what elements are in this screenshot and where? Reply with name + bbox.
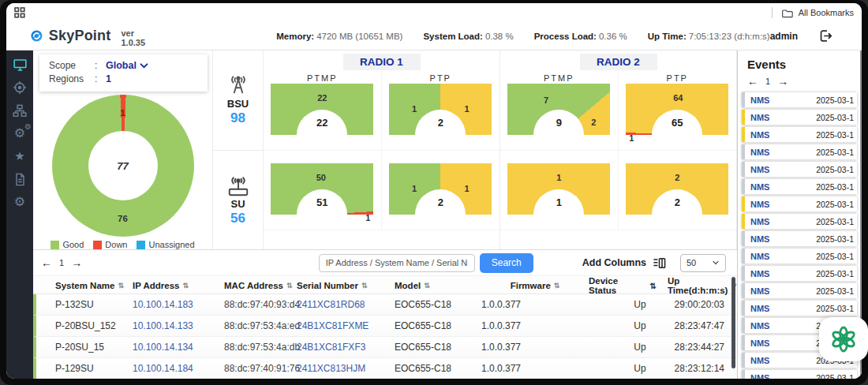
event-list-item[interactable]: NMS 2025-03-1 [742, 127, 857, 142]
bsu-count-cell[interactable]: BSU 98 [213, 50, 263, 150]
all-bookmarks-label[interactable]: All Bookmarks [799, 8, 854, 17]
radio2-ptmp-gauge-2[interactable]: 11 [507, 163, 610, 215]
column-header[interactable]: Firmware⇅ [481, 281, 589, 290]
system-stats: Memory:4720 MB (10651 MB) System Load:0.… [276, 32, 769, 41]
app-logo: SkyPoint ver 1.0.35 [30, 25, 150, 47]
column-header[interactable]: Up Time(d:h:m:s)▼ [668, 276, 738, 295]
event-list-item[interactable]: NMS 2025-03-1 [742, 283, 857, 298]
column-header[interactable]: Serial Number⇅ [297, 281, 395, 290]
donut-legend: Good Down Unassigned [33, 240, 212, 249]
column-header[interactable]: IP Address⇅ [133, 281, 224, 290]
event-list-item[interactable]: NMS 2025-03-1 [742, 301, 857, 316]
divider [772, 7, 773, 18]
scope-dropdown[interactable]: Global [106, 60, 198, 71]
table-row[interactable]: P-20BSU_15210.100.14.13388:dc:97:53:4a:e… [33, 316, 737, 337]
event-list-item[interactable]: NMS 2025-03-1 [742, 214, 857, 229]
app-title: SkyPoint [49, 28, 111, 44]
reports-file-icon[interactable] [9, 171, 30, 187]
table-scrollbar[interactable] [731, 277, 735, 368]
next-page-arrow[interactable]: → [71, 257, 82, 268]
column-header[interactable]: MAC Address⇅ [224, 281, 297, 290]
radio2-panel: RADIO 2 PTMP 972 PTP 65164 11 [500, 50, 737, 249]
su-router-icon [225, 174, 252, 197]
system-load-stat: System Load:0.38 % [423, 32, 513, 41]
search-input[interactable] [319, 254, 475, 272]
chevron-down-icon [712, 260, 720, 265]
radio1-ptp-gauge-2[interactable]: 211 [389, 163, 492, 215]
su-count-cell[interactable]: SU 56 [213, 150, 263, 250]
bsu-label: BSU [227, 98, 249, 110]
sort-icon: ⇅ [118, 282, 124, 290]
bsu-value: 98 [230, 110, 245, 126]
legend-item: Down [93, 240, 127, 249]
events-next-arrow[interactable]: → [777, 76, 788, 87]
event-list-item[interactable]: NMS 2025-03-1 [742, 231, 857, 246]
app-grid-icon[interactable] [14, 7, 25, 18]
regions-label: Regions [49, 73, 95, 84]
radio2-ptp-gauge-2[interactable]: 22 [626, 163, 728, 215]
services-gears-icon[interactable]: ⚙⚙ [9, 125, 30, 141]
dashboard-panel: Scope : Global Regions : 1 [33, 50, 737, 250]
assistant-logo-overlay[interactable] [819, 317, 868, 361]
event-list-item[interactable]: NMS 2025-03-1 [742, 179, 857, 194]
event-list-item[interactable]: NMS 2025-03-1 [742, 162, 857, 177]
dashboard-monitor-icon[interactable] [9, 57, 30, 73]
device-status-donut-chart[interactable]: 77176 [52, 95, 194, 237]
radio2-ptmp-gauge-1[interactable]: 972 [507, 84, 610, 135]
scope-card: Scope : Global Regions : 1 [39, 54, 208, 92]
sort-icon: ⇅ [286, 282, 293, 290]
settings-gear-icon[interactable]: ⚙ [9, 194, 30, 210]
memory-stat: Memory:4720 MB (10651 MB) [276, 32, 402, 41]
radio2-ptp-row1-cell: PTP 65164 [619, 71, 737, 151]
event-list-item[interactable]: NMS 2025-03-1 [742, 370, 857, 379]
table-row[interactable]: P-132SU10.100.14.18388:dc:97:40:93:d4241… [33, 294, 737, 316]
app-header: SkyPoint ver 1.0.35 Memory:4720 MB (1065… [6, 22, 862, 50]
ptp-label: PTP [667, 71, 688, 84]
radio1-ptp-gauge-1[interactable]: 211 [389, 84, 492, 135]
sort-icon: ⇅ [424, 282, 430, 290]
radio1-panel: RADIO 1 PTMP 2222 PTP 211 51501 [264, 50, 500, 249]
process-load-stat: Process Load:0.36 % [534, 32, 627, 41]
events-title: Events [738, 50, 862, 76]
event-list-item[interactable]: NMS 2025-03-1 [742, 110, 857, 125]
left-sidebar: ⚙⚙ ★ ⚙ [6, 50, 33, 379]
discover-target-icon[interactable] [9, 80, 30, 95]
event-list-item[interactable]: NMS 2025-03-1 [742, 266, 857, 281]
events-prev-arrow[interactable]: ← [747, 76, 758, 87]
sort-icon: ⇅ [182, 282, 189, 290]
device-table-section: ← 1 → Search Add Columns 50 [33, 250, 737, 379]
column-header[interactable]: Device Status⇅ [589, 276, 668, 295]
events-pagination: ← 1 → [738, 76, 862, 92]
radio1-ptmp-gauge-2[interactable]: 51501 [271, 163, 373, 215]
prev-page-arrow[interactable]: ← [41, 257, 52, 268]
event-list-item[interactable]: NMS 2025-03-1 [742, 144, 857, 159]
column-header[interactable]: Model⇅ [395, 281, 481, 290]
username[interactable]: admin [770, 31, 798, 42]
event-list-item[interactable]: NMS 2025-03-1 [742, 92, 857, 107]
logout-icon[interactable] [818, 28, 833, 43]
bsu-antenna-icon [226, 73, 250, 97]
su-value: 56 [230, 211, 245, 226]
unit-counts-panel: BSU 98 SU 56 [213, 50, 264, 249]
radio1-ptmp-gauge-1[interactable]: 2222 [271, 84, 373, 135]
table-row[interactable]: P-20SU_1510.100.14.13488:dc:97:53:4a:db2… [33, 337, 737, 358]
page-size-select[interactable]: 50 [680, 254, 726, 272]
radio1-ptmp-row1-cell: PTMP 2222 [264, 71, 382, 151]
event-list-item[interactable]: NMS 2025-03-1 [742, 249, 857, 264]
radio2-ptp-gauge-1[interactable]: 65164 [626, 84, 728, 135]
event-list-item[interactable]: NMS 2025-03-1 [742, 196, 857, 211]
radio1-ptmp-row2-cell: 51501 [264, 151, 382, 230]
column-header[interactable]: System Name⇅ [55, 281, 133, 290]
sort-icon: ⇅ [554, 282, 560, 290]
app-window: All Bookmarks SkyPoint ver 1.0.35 Memory… [0, 0, 868, 385]
ptp-label: PTP [430, 71, 451, 84]
legend-item: Unassigned [137, 240, 194, 249]
table-row[interactable]: P-129SU10.100.14.18488:dc:97:40:91:76241… [33, 358, 737, 379]
favorites-star-icon[interactable]: ★ [9, 148, 30, 164]
table-pagination: ← 1 → [41, 257, 82, 268]
search-button[interactable]: Search [480, 253, 533, 273]
add-columns-button[interactable]: Add Columns [582, 257, 666, 269]
radio2-ptmp-row1-cell: PTMP 972 [500, 71, 619, 151]
radio2-ptmp-row2-cell: 11 [500, 151, 619, 230]
topology-sitemap-icon[interactable] [9, 103, 30, 118]
